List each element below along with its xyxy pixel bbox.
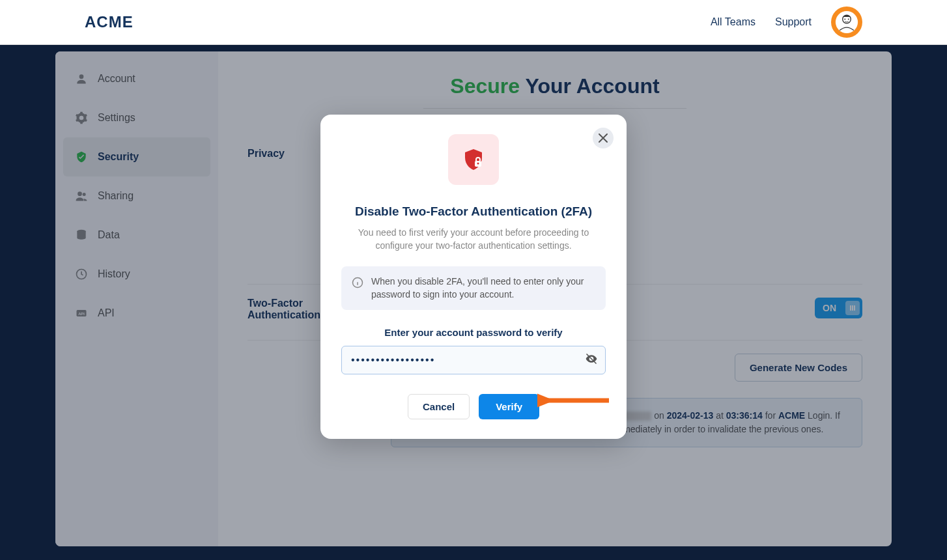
shield-lock-icon: [462, 148, 485, 171]
modal-icon-box: [448, 134, 499, 185]
svg-point-15: [477, 163, 479, 165]
nav-all-teams[interactable]: All Teams: [711, 16, 756, 28]
close-button[interactable]: [593, 128, 614, 148]
eye-off-icon: [585, 352, 598, 365]
disable-2fa-modal: Disable Two-Factor Authentication (2FA) …: [320, 115, 627, 439]
password-input[interactable]: [341, 346, 606, 374]
modal-subtitle: You need to first verify your account be…: [341, 227, 606, 252]
info-circle-icon: [352, 277, 363, 288]
avatar[interactable]: [831, 7, 862, 38]
modal-info-box: When you disable 2FA, you'll need to ent…: [341, 266, 606, 310]
modal-info-text: When you disable 2FA, you'll need to ent…: [371, 275, 595, 301]
svg-point-3: [848, 19, 849, 20]
nav-support[interactable]: Support: [775, 16, 812, 28]
verify-button[interactable]: Verify: [479, 394, 539, 419]
avatar-icon: [835, 10, 858, 34]
toggle-password-visibility[interactable]: [585, 352, 598, 368]
password-field-label: Enter your account password to verify: [341, 327, 606, 338]
logo: ACME: [85, 13, 134, 31]
top-nav: All Teams Support: [711, 7, 862, 38]
close-icon: [599, 133, 608, 143]
modal-title: Disable Two-Factor Authentication (2FA): [341, 204, 606, 219]
cancel-button[interactable]: Cancel: [408, 394, 470, 419]
top-bar: ACME All Teams Support: [0, 0, 947, 45]
password-field-wrap: [341, 346, 606, 374]
svg-point-2: [844, 19, 845, 20]
modal-buttons: Cancel Verify: [341, 394, 606, 419]
